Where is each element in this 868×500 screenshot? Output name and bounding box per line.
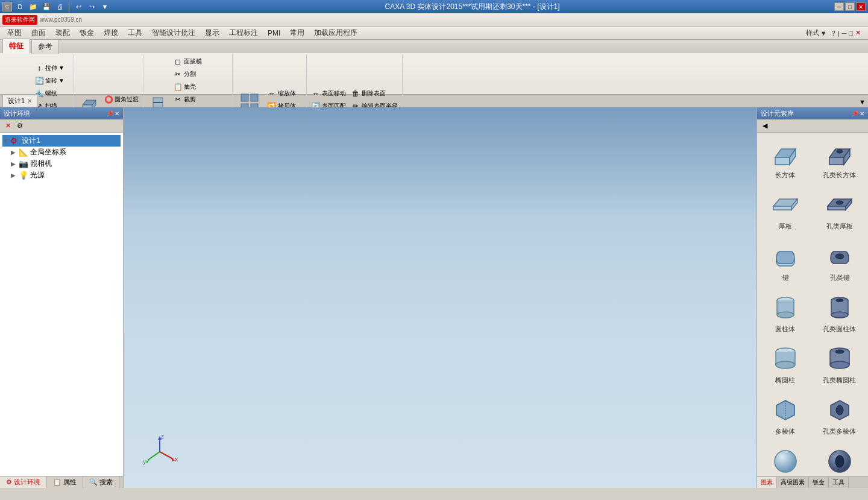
rbt-sheetmetal[interactable]: 钣金 bbox=[809, 477, 829, 488]
rbt-advanced[interactable]: 高级图素 bbox=[777, 477, 809, 488]
tab-search[interactable]: 🔍搜索 bbox=[83, 476, 119, 488]
titlebar-left: C 🗋 📁 💾 🖨 ↩ ↪ ▼ bbox=[2, 1, 110, 12]
tree-item-light[interactable]: ▶ 💡 光源 bbox=[2, 169, 121, 181]
btn-trim[interactable]: ✂ 裁剪 bbox=[171, 93, 230, 106]
btn-surface-move[interactable]: ↔ 表面移动 bbox=[309, 87, 348, 100]
panel-settings-button[interactable]: ⚙ bbox=[14, 121, 25, 131]
ellip-hole-label: 孔类椭圆柱 bbox=[823, 376, 856, 385]
element-prism[interactable]: 多棱体 bbox=[767, 391, 804, 438]
menu-tools[interactable]: 工具 bbox=[123, 27, 147, 39]
btn-scale[interactable]: ↔ 缩放体 bbox=[265, 87, 304, 100]
canvas-area[interactable]: z x y bbox=[124, 107, 756, 488]
minimize-button[interactable]: ─ bbox=[834, 2, 844, 11]
undo-button[interactable]: ↩ bbox=[73, 1, 84, 12]
btn-split[interactable]: ✂ 分割 bbox=[171, 68, 230, 80]
right-panel-back[interactable]: ◀ bbox=[760, 121, 770, 131]
menu-loadapp[interactable]: 加载应用程序 bbox=[309, 27, 362, 39]
customize-dropdown[interactable]: ▼ bbox=[99, 1, 110, 12]
panel-close-button[interactable]: ✕ bbox=[115, 110, 119, 117]
menu-common[interactable]: 常用 bbox=[285, 27, 309, 39]
menu-surface[interactable]: 曲面 bbox=[27, 27, 51, 39]
tabstrip-dropdown[interactable]: ▼ bbox=[857, 97, 868, 107]
tab-design-env[interactable]: ⚙设计环境 bbox=[0, 476, 47, 488]
print-button[interactable]: 🖨 bbox=[54, 1, 65, 12]
menu-sheetmetal[interactable]: 钣金 bbox=[75, 27, 99, 39]
style-selector: 样式 ▼ ? | ─ □ ✕ bbox=[801, 28, 866, 37]
menu-pmi[interactable]: PMI bbox=[263, 28, 285, 39]
menu-assembly[interactable]: 装配 bbox=[51, 27, 75, 39]
tree-label: 全局坐标系 bbox=[30, 147, 66, 157]
dropdown-arrow[interactable]: ▼ bbox=[58, 77, 64, 84]
btn-face-draft[interactable]: ◻ 面拔模 bbox=[171, 55, 230, 68]
open-button[interactable]: 📁 bbox=[28, 1, 39, 12]
svg-text:x: x bbox=[175, 456, 178, 463]
element-box[interactable]: 长方体 bbox=[767, 135, 804, 182]
expand-icon[interactable]: ▶ bbox=[11, 149, 17, 156]
maximize-button[interactable]: □ bbox=[845, 2, 855, 11]
btn-rotate[interactable]: 🔄 旋转 ▼ bbox=[33, 75, 71, 87]
element-box-hole[interactable]: 孔类长方体 bbox=[821, 135, 858, 182]
ribbon-restore[interactable]: □ bbox=[849, 30, 853, 37]
tree-item-design1[interactable]: ▼ ⚙ 设计1 bbox=[2, 135, 121, 147]
element-plate-hole[interactable]: 孔类厚板 bbox=[822, 186, 858, 233]
ribbon-minimize[interactable]: ─ bbox=[842, 30, 847, 37]
doc-tab-design1[interactable]: 设计1 ✕ bbox=[2, 95, 37, 107]
delete-surface-icon: 🗑 bbox=[351, 89, 360, 98]
panel-delete-button[interactable]: ✕ bbox=[2, 121, 13, 131]
svg-marker-32 bbox=[828, 206, 846, 210]
rbt-tools[interactable]: 工具 bbox=[829, 477, 849, 488]
element-ellip-hole[interactable]: 孔类椭圆柱 bbox=[821, 340, 858, 387]
expand-icon[interactable]: ▶ bbox=[11, 160, 17, 167]
app-icon[interactable]: C bbox=[2, 2, 12, 11]
style-dropdown[interactable]: ▼ bbox=[820, 30, 827, 37]
sep1 bbox=[69, 2, 69, 11]
btn-thread[interactable]: 🔩 螺纹 bbox=[33, 87, 71, 100]
tab-feature[interactable]: 特征 bbox=[2, 39, 30, 54]
btn-delete-surface[interactable]: 🗑 删除表面 bbox=[349, 87, 400, 100]
element-key-hole[interactable]: 孔类键 bbox=[822, 238, 858, 284]
expand-icon[interactable]: ▶ bbox=[11, 172, 17, 179]
help-button[interactable]: ? bbox=[832, 30, 835, 37]
fillet-icon: ⭕ bbox=[104, 95, 113, 104]
element-sphere[interactable]: 球体 bbox=[767, 443, 804, 476]
element-ellip[interactable]: 椭圆柱 bbox=[767, 340, 804, 387]
doc-tab-close[interactable]: ✕ bbox=[27, 98, 32, 104]
svg-text:z: z bbox=[161, 434, 164, 440]
btn-fillet[interactable]: ⭕ 圆角过渡 bbox=[102, 93, 140, 106]
panel-pin-button[interactable]: 📌 bbox=[106, 110, 113, 117]
rbt-elements[interactable]: 图素 bbox=[757, 477, 777, 488]
redo-button[interactable]: ↪ bbox=[86, 1, 97, 12]
element-sphere-hole[interactable]: 孔类球体 bbox=[822, 443, 858, 476]
element-key[interactable]: 键 bbox=[767, 238, 804, 284]
element-cyl-hole[interactable]: 孔类圆柱体 bbox=[821, 289, 858, 335]
btn-extrude[interactable]: ↕ 拉伸 ▼ bbox=[33, 62, 71, 74]
element-row-sphere: 球体 bbox=[760, 443, 866, 476]
menu-sketch[interactable]: 草图 bbox=[2, 27, 27, 39]
ribbon-close[interactable]: ✕ bbox=[855, 29, 861, 37]
menu-engineering[interactable]: 工程标注 bbox=[224, 27, 263, 39]
element-plate[interactable]: 厚板 bbox=[767, 186, 804, 233]
tree-item-camera[interactable]: ▶ 📷 照相机 bbox=[2, 158, 121, 169]
save-button[interactable]: 💾 bbox=[41, 1, 52, 12]
btn-shell[interactable]: 📋 抽壳 bbox=[171, 81, 230, 93]
sep-r: | bbox=[838, 30, 840, 37]
menu-smartdesign[interactable]: 智能设计批注 bbox=[147, 27, 200, 39]
bottom-tabs: ⚙设计环境 📋属性 🔍搜索 bbox=[0, 476, 123, 488]
new-button[interactable]: 🗋 bbox=[14, 1, 25, 12]
right-panel-close[interactable]: ✕ bbox=[860, 110, 864, 117]
tab-properties[interactable]: 📋属性 bbox=[47, 476, 83, 488]
svg-point-40 bbox=[777, 312, 794, 318]
right-panel-pin[interactable]: 📌 bbox=[851, 110, 858, 117]
tree-label: 照相机 bbox=[30, 159, 52, 169]
dropdown-arrow[interactable]: ▼ bbox=[58, 65, 64, 71]
right-panel-title: 设计元素库 bbox=[761, 109, 794, 118]
expand-icon[interactable]: ▼ bbox=[2, 138, 8, 144]
element-cylinder[interactable]: 圆柱体 bbox=[767, 289, 804, 335]
window-controls: ─ □ ✕ bbox=[834, 2, 866, 11]
close-button[interactable]: ✕ bbox=[856, 2, 866, 11]
tree-item-coordinate[interactable]: ▶ 📐 全局坐标系 bbox=[2, 147, 121, 158]
menu-display[interactable]: 显示 bbox=[200, 27, 224, 39]
menu-weld[interactable]: 焊接 bbox=[99, 27, 123, 39]
element-prism-hole[interactable]: 孔类多棱体 bbox=[821, 391, 858, 438]
tab-reference[interactable]: 参考 bbox=[31, 39, 59, 54]
